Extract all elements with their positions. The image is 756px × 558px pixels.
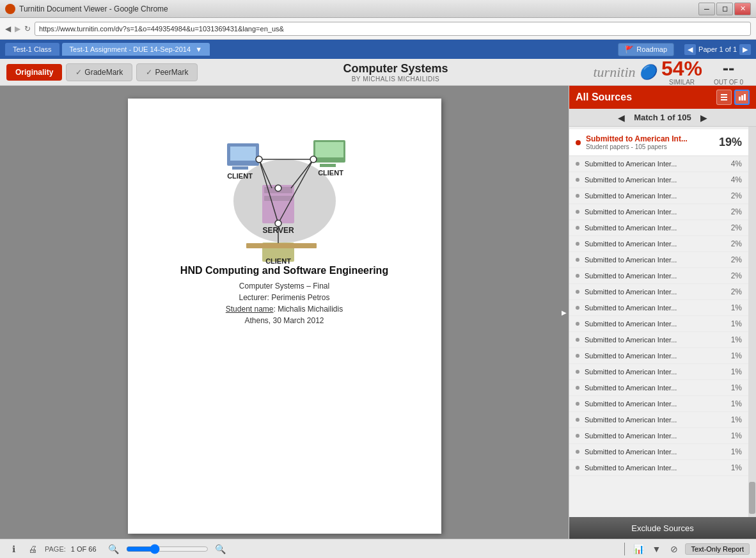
source-name: Submitted to American Inter...: [585, 368, 731, 376]
list-item[interactable]: Submitted to American Inter... 4%: [569, 156, 748, 172]
scrollbar-thumb[interactable]: [749, 482, 755, 514]
document-heading: HND Computing and Software Engineering: [154, 265, 416, 276]
zoom-out-icon[interactable]: 🔍: [107, 542, 121, 556]
tab-assignment[interactable]: Test-1 Assignment - DUE 14-Sep-2014 ▼: [62, 43, 210, 56]
minimize-button[interactable]: ─: [698, 3, 715, 15]
grademark-button[interactable]: ✓ GradeMark: [66, 63, 132, 81]
exclude-icon[interactable]: ⊘: [667, 542, 681, 556]
source-dot: [576, 210, 579, 214]
tab-class[interactable]: Test-1 Class: [5, 43, 59, 56]
reload-icon[interactable]: ↻: [24, 24, 31, 33]
primary-source-subtitle: Student papers - 105 papers: [586, 143, 715, 150]
source-name: Submitted to American Inter...: [585, 336, 731, 344]
source-pct: 1%: [731, 319, 742, 328]
tab-dropdown-icon[interactable]: ▼: [195, 45, 202, 53]
list-item[interactable]: Submitted to American Inter... 1%: [569, 332, 748, 348]
student-name-value: : Michalis Michailidis: [274, 305, 343, 314]
source-name: Submitted to American Inter...: [585, 224, 731, 232]
list-item[interactable]: Submitted to American Inter... 1%: [569, 428, 748, 444]
svg-point-24: [275, 185, 281, 191]
zoom-slider[interactable]: [126, 544, 209, 554]
list-item[interactable]: Submitted to American Inter... 1%: [569, 380, 748, 396]
source-dot: [576, 290, 579, 294]
bar-chart-bottom-icon[interactable]: 📊: [631, 542, 645, 556]
panel-header-icons: [716, 90, 750, 105]
source-pct: 2%: [731, 239, 742, 248]
list-item[interactable]: Submitted to American Inter... 1%: [569, 412, 748, 428]
doc-line-1: Computer Systems – Final: [154, 282, 416, 291]
nav-back-icon[interactable]: ◀: [5, 24, 11, 33]
source-dot: [576, 450, 579, 454]
bar-chart-icon-btn[interactable]: [734, 90, 750, 105]
roadmap-button[interactable]: 🚩 🚩 Roadmap Roadmap: [618, 43, 674, 56]
grademark-check-icon: ✓: [75, 68, 82, 77]
list-item[interactable]: Submitted to American Inter... 1%: [569, 300, 748, 316]
restore-button[interactable]: ◻: [716, 3, 733, 15]
list-item[interactable]: Submitted to American Inter... 2%: [569, 188, 748, 204]
main-area: ▶ SERVER CLIENT: [0, 86, 756, 539]
peermark-button[interactable]: ✓ PeerMark: [136, 63, 198, 81]
list-item[interactable]: Submitted to American Inter... 2%: [569, 252, 748, 268]
source-pct: 1%: [731, 303, 742, 312]
filter-icon[interactable]: ▼: [649, 542, 663, 556]
prev-paper-arrow[interactable]: ◀: [684, 44, 696, 55]
similarity-block: 54% SIMILAR: [661, 58, 702, 86]
list-item[interactable]: Submitted to American Inter... 1%: [569, 364, 748, 380]
primary-source-item[interactable]: Submitted to American Int... Student pap…: [569, 129, 748, 156]
next-match-arrow[interactable]: ▶: [698, 113, 710, 123]
paper-nav-label: Paper 1 of 1: [698, 45, 737, 53]
peermark-label: PeerMark: [155, 68, 188, 77]
originality-button[interactable]: Originality: [6, 64, 62, 81]
source-pct: 2%: [731, 223, 742, 232]
toolbar: Originality ✓ GradeMark ✓ PeerMark Compu…: [0, 59, 756, 86]
scrollbar-track[interactable]: [748, 127, 756, 517]
list-view-icon-btn[interactable]: [716, 90, 732, 105]
source-pct: 1%: [731, 447, 742, 456]
svg-rect-27: [721, 97, 727, 98]
list-item[interactable]: Submitted to American Inter... 2%: [569, 284, 748, 300]
out-of-block: -- OUT OF 0: [714, 58, 743, 86]
tab-assignment-label: Test-1 Assignment - DUE 14-Sep-2014: [70, 45, 191, 53]
info-icon[interactable]: ℹ: [6, 542, 20, 556]
svg-point-25: [275, 220, 281, 227]
grademark-label: GradeMark: [84, 68, 123, 77]
source-list: Submitted to American Int... Student pap…: [569, 127, 756, 517]
source-name: Submitted to American Inter...: [585, 416, 731, 424]
primary-source-dot: [576, 140, 581, 145]
list-item[interactable]: Submitted to American Inter... 4%: [569, 172, 748, 188]
source-pct: 4%: [731, 159, 742, 168]
similarity-score: 54%: [661, 58, 702, 79]
zoom-in-icon[interactable]: 🔍: [214, 542, 228, 556]
nav-forward-icon[interactable]: ▶: [15, 24, 20, 33]
list-item[interactable]: Submitted to American Inter... 2%: [569, 220, 748, 236]
list-item[interactable]: Submitted to American Inter... 1%: [569, 444, 748, 460]
out-of-score: --: [714, 58, 743, 79]
source-name: Submitted to American Inter...: [585, 272, 731, 280]
list-item[interactable]: Submitted to American Inter... 2%: [569, 236, 748, 252]
source-name: Submitted to American Inter...: [585, 304, 731, 312]
list-view-icon: [720, 93, 728, 101]
svg-rect-7: [232, 166, 248, 170]
print-icon[interactable]: 🖨: [26, 542, 40, 556]
prev-match-arrow[interactable]: ◀: [615, 113, 627, 123]
list-item[interactable]: Submitted to American Inter... 2%: [569, 204, 748, 220]
address-input[interactable]: [35, 22, 751, 36]
bottom-right-panel: 📊 ▼ ⊘ Text-Only Report: [622, 542, 750, 556]
source-name: Submitted to American Inter...: [585, 160, 731, 168]
source-dot: [576, 386, 579, 390]
exclude-sources-button[interactable]: Exclude Sources: [569, 517, 756, 539]
list-item[interactable]: Submitted to American Inter... 2%: [569, 268, 748, 284]
collapse-panel-arrow[interactable]: ▶: [560, 299, 569, 325]
list-item[interactable]: Submitted to American Inter... 1%: [569, 396, 748, 412]
source-dot: [576, 258, 579, 262]
text-only-report-button[interactable]: Text-Only Report: [685, 543, 750, 555]
next-paper-arrow[interactable]: ▶: [739, 44, 751, 55]
list-item[interactable]: Submitted to American Inter... 1%: [569, 348, 748, 364]
source-pct: 1%: [731, 351, 742, 360]
divider: [624, 543, 625, 555]
score-area: turnitin 🔵 54% SIMILAR -- OUT OF 0: [594, 58, 750, 86]
list-item[interactable]: Submitted to American Inter... 1%: [569, 460, 748, 476]
list-item[interactable]: Submitted to American Inter... 1%: [569, 316, 748, 332]
close-button[interactable]: ✕: [734, 3, 751, 15]
address-bar: ◀ ▶ ↻: [0, 18, 756, 40]
